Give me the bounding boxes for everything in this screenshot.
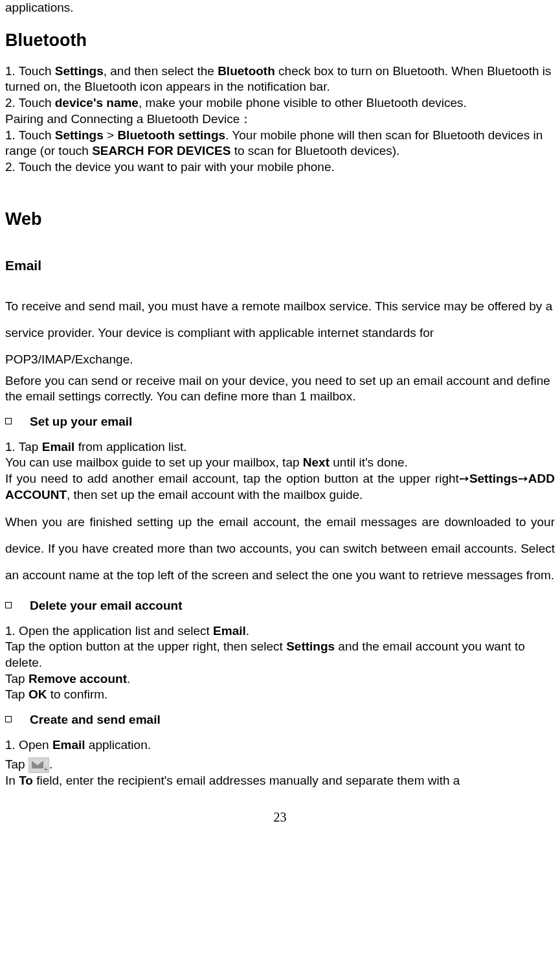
text: to scan for Bluetooth devices). (230, 144, 399, 157)
bluetooth-pairing-heading: Pairing and Connecting a Bluetooth Devic… (5, 111, 555, 128)
text: 1. Touch (5, 128, 55, 142)
search-devices-label: SEARCH FOR DEVICES (92, 144, 230, 157)
bluetooth-heading: Bluetooth (5, 29, 555, 52)
text: . (246, 624, 249, 638)
email-label: Email (42, 440, 75, 454)
bluetooth-label: Bluetooth (218, 64, 275, 78)
setup-finished: When you are finished setting up the ema… (5, 509, 555, 589)
bullet-icon (5, 602, 12, 608)
text: Tap (5, 757, 28, 771)
top-fragment: applications. (5, 0, 555, 16)
bluetooth-pair-step1: 1. Touch Settings > Bluetooth settings. … (5, 128, 555, 159)
email-before-setup: Before you can send or receive mail on y… (5, 373, 555, 405)
setup-step1: 1. Tap Email from application list. (5, 439, 555, 455)
bullet-icon (5, 716, 12, 722)
bluetooth-step1: 1. Touch Settings, and then select the B… (5, 63, 555, 95)
text: Tap the option button at the upper right… (5, 640, 286, 653)
email-intro: To receive and send mail, you must have … (5, 294, 555, 373)
next-label: Next (303, 455, 330, 469)
text: In (5, 774, 19, 787)
text: , and then select the (104, 64, 218, 78)
settings-label: Settings (55, 128, 104, 142)
bluetooth-step2: 2. Touch device's name, make your mobile… (5, 95, 555, 111)
email-label: Email (52, 738, 85, 752)
arrow-icon: ➙ (518, 472, 528, 485)
text: from application list. (74, 440, 186, 454)
text: field, enter the recipient's email addre… (33, 774, 460, 787)
email-heading: Email (5, 257, 555, 274)
text: application. (85, 738, 151, 752)
ok-label: OK (28, 687, 47, 701)
text: , then set up the email account with the… (67, 488, 363, 501)
remove-account-label: Remove account (28, 672, 127, 686)
text: Tap (5, 672, 28, 686)
create-email-bullet: Create and send email (5, 712, 555, 728)
email-label: Email (213, 624, 246, 638)
delete-step4: Tap OK to confirm. (5, 687, 555, 703)
text: , make your mobile phone visible to othe… (139, 96, 467, 109)
page-number: 23 (5, 809, 555, 825)
text: You can use mailbox guide to set up your… (5, 455, 303, 469)
settings-label: Settings (469, 472, 518, 485)
to-field-label: To (19, 774, 33, 787)
delete-step3: Tap Remove account. (5, 671, 555, 687)
text: 2. Touch (5, 96, 55, 109)
text: . (127, 672, 130, 686)
settings-label: Settings (55, 64, 104, 78)
setup-guide-line: You can use mailbox guide to set up your… (5, 455, 555, 471)
text: 1. Tap (5, 440, 42, 454)
delete-step2: Tap the option button at the upper right… (5, 639, 555, 671)
bluetooth-settings-label: Bluetooth settings (117, 128, 225, 142)
create-step2: Tap . (5, 757, 555, 773)
settings-label: Settings (286, 640, 335, 653)
text: to confirm. (47, 687, 107, 701)
create-step1: 1. Open Email application. (5, 737, 555, 754)
create-step3: In To field, enter the recipient's email… (5, 773, 555, 789)
text: 1. Open the application list and select (5, 624, 213, 638)
setup-email-bullet: Set up your email (5, 414, 555, 430)
web-heading: Web (5, 208, 555, 231)
setup-email-title: Set up your email (30, 414, 132, 430)
bluetooth-pair-step2: 2. Touch the device you want to pair wit… (5, 159, 555, 176)
text: 1. Open (5, 738, 52, 752)
text: Tap (5, 687, 28, 701)
text: If you need to add another email account… (5, 472, 459, 485)
text: . (49, 757, 52, 771)
setup-add-another: If you need to add another email account… (5, 471, 555, 503)
text: > (104, 128, 118, 142)
text: until it's done. (330, 455, 408, 469)
compose-icon (28, 757, 49, 773)
delete-step1: 1. Open the application list and select … (5, 623, 555, 640)
bullet-icon (5, 418, 12, 424)
create-email-title: Create and send email (30, 712, 161, 728)
device-name-label: device's name (55, 96, 139, 109)
arrow-icon: ➙ (459, 472, 469, 485)
delete-email-title: Delete your email account (30, 598, 182, 614)
text: 1. Touch (5, 64, 55, 78)
delete-email-bullet: Delete your email account (5, 598, 555, 614)
